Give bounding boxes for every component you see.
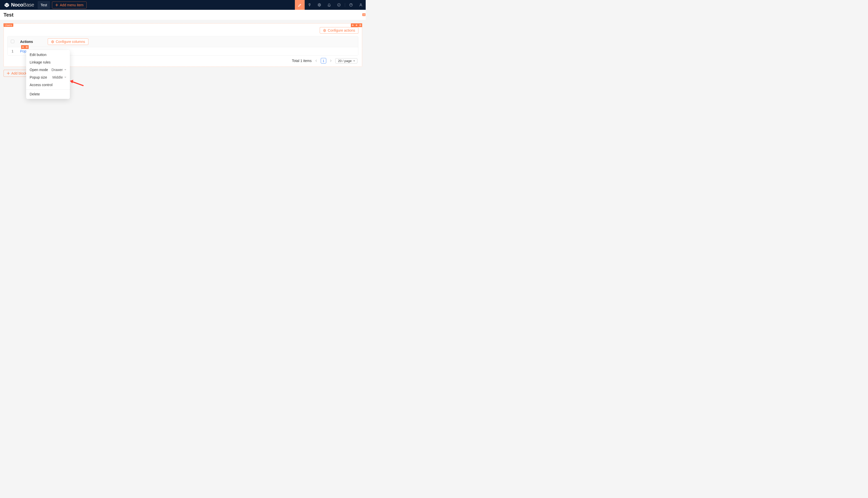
ctx-edit-button[interactable]: Edit button	[26, 51, 70, 58]
block-menu-handle[interactable]	[359, 23, 362, 27]
block-add-handle[interactable]	[355, 23, 359, 27]
add-block-label: Add block	[11, 71, 27, 75]
header-divider	[345, 3, 345, 7]
ctx-popup-size[interactable]: Popup size Middle	[26, 74, 70, 81]
help-icon[interactable]	[346, 0, 356, 10]
ctx-popup-size-value-wrap: Middle	[52, 75, 66, 79]
logo-text: NocoBase	[11, 2, 34, 8]
svg-point-4	[324, 30, 325, 31]
notifications-icon[interactable]	[324, 0, 334, 10]
block-drag-handle[interactable]	[351, 23, 355, 27]
ctx-popup-size-label: Popup size	[30, 75, 47, 79]
cell-menu-handle[interactable]	[25, 45, 29, 49]
gear-icon	[323, 29, 326, 32]
svg-point-5	[52, 41, 53, 42]
plus-icon	[7, 72, 10, 75]
col-checkbox	[8, 36, 17, 47]
design-mode-icon[interactable]	[295, 0, 305, 10]
ctx-delete-label: Delete	[30, 92, 40, 96]
pagination-next[interactable]	[329, 60, 333, 62]
chevron-down-icon	[64, 69, 66, 71]
pagination-total: Total 1 items	[292, 59, 312, 63]
pagination-prev[interactable]	[314, 60, 318, 62]
ctx-open-mode-value: Drawer	[51, 68, 63, 72]
block-handles	[351, 23, 362, 27]
plugin-icon[interactable]	[305, 0, 314, 10]
user-icon[interactable]	[356, 0, 366, 10]
ctx-popup-size-value: Middle	[52, 75, 63, 79]
svg-point-3	[360, 4, 361, 5]
ctx-edit-button-label: Edit button	[30, 53, 47, 57]
ctx-open-mode-value-wrap: Drawer	[51, 68, 66, 72]
tasks-icon[interactable]	[334, 0, 344, 10]
ctx-linkage-rules-label: Linkage rules	[30, 60, 51, 64]
pagination-page-1[interactable]: 1	[321, 58, 326, 64]
ctx-linkage-rules[interactable]: Linkage rules	[26, 58, 70, 66]
app-header: NocoBase Test Add menu item	[0, 0, 366, 10]
ctx-access-control-label: Access control	[30, 83, 52, 87]
row-empty-cell	[45, 47, 358, 55]
configure-actions-button[interactable]: Configure actions	[320, 27, 359, 34]
ctx-open-mode[interactable]: Open mode Drawer	[26, 66, 70, 74]
chevron-down-icon	[64, 77, 66, 79]
row-index: 1	[8, 47, 17, 55]
plus-icon	[55, 3, 58, 6]
add-menu-item-button[interactable]: Add menu item	[52, 1, 87, 9]
ctx-divider	[26, 89, 70, 90]
add-menu-item-label: Add menu item	[60, 3, 83, 7]
ctx-delete[interactable]: Delete	[26, 90, 70, 98]
pagination-pagesize-select[interactable]: 20 / page	[335, 58, 358, 64]
settings-icon[interactable]	[314, 0, 324, 10]
annotation-arrow-icon	[69, 79, 85, 87]
logo-mark-icon	[4, 3, 10, 7]
select-all-checkbox[interactable]	[11, 40, 14, 43]
col-configure: Configure columns	[45, 36, 358, 47]
cell-drag-handle[interactable]	[21, 45, 25, 49]
cell-handles	[21, 45, 29, 49]
app-logo: NocoBase	[4, 2, 34, 8]
block-tag: Users	[3, 23, 13, 27]
configure-actions-label: Configure actions	[328, 28, 355, 32]
svg-point-0	[319, 4, 320, 5]
configure-columns-label: Configure columns	[56, 40, 85, 44]
ctx-access-control[interactable]: Access control	[26, 81, 70, 89]
configure-columns-button[interactable]: Configure columns	[48, 38, 88, 45]
header-right	[295, 0, 366, 10]
nav-tab-test[interactable]: Test	[38, 1, 50, 9]
page-title-bar: Test	[0, 10, 366, 20]
page-settings-handle[interactable]	[362, 13, 365, 16]
gear-icon	[51, 40, 54, 43]
action-context-menu: Edit button Linkage rules Open mode Draw…	[26, 50, 70, 99]
page-title: Test	[3, 12, 14, 18]
ctx-open-mode-label: Open mode	[30, 68, 48, 72]
